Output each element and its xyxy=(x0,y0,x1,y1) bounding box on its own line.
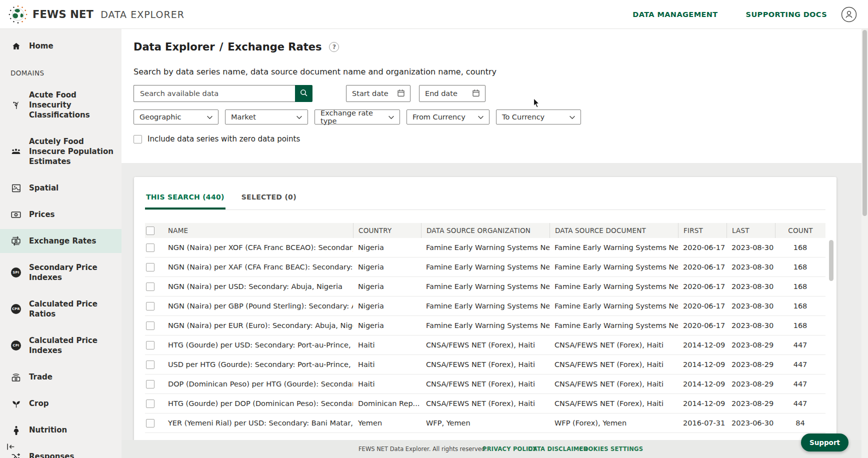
tab-this-search-440[interactable]: THIS SEARCH (440) xyxy=(145,192,226,210)
results-table: NAMECOUNTRYDATA SOURCE ORGANIZATIONDATA … xyxy=(145,223,826,433)
fews-net-logo[interactable]: FEWS NET DATA EXPLORER xyxy=(8,5,184,24)
filter-row: GeographicMarketExchange rate typeFrom C… xyxy=(134,110,581,124)
user-avatar-button[interactable] xyxy=(841,6,857,22)
top-nav-supporting-docs[interactable]: SUPPORTING DOCS xyxy=(746,10,827,18)
logo-primary-text: FEWS NET xyxy=(32,8,94,20)
sidebar-item-calculated-price-ratios[interactable]: CPRCalculated Price Ratios xyxy=(0,292,122,326)
cell-first-date: 2014-12-09 xyxy=(678,400,726,408)
sidebar-item-exchange-rates[interactable]: Exchange Rates xyxy=(0,229,122,253)
calendar-icon xyxy=(472,89,480,98)
table-row[interactable]: NGN (Naira) per XAF (CFA Franc BEAC): Se… xyxy=(145,258,826,277)
cell-count: 447 xyxy=(775,341,826,349)
tab-selected-0[interactable]: SELECTED (0) xyxy=(240,192,298,210)
row-checkbox[interactable] xyxy=(146,244,154,252)
spi-badge-icon: SPI xyxy=(10,268,22,278)
filter-select-to-currency[interactable]: To Currency xyxy=(496,110,581,124)
cell-data-source-organization: Famine Early Warning Systems Net... xyxy=(421,244,550,252)
sidebar-item-secondary-price-indexes[interactable]: SPISecondary Price Indexes xyxy=(0,256,122,290)
zero-data-checkbox[interactable] xyxy=(134,135,142,144)
cell-country: Haiti xyxy=(353,380,421,388)
table-row[interactable]: HTG (Gourde) per DOP (Dominican Peso): S… xyxy=(145,394,826,414)
sidebar-item-acutely-food-insecure-population-estimates[interactable]: Acutely Food Insecure Population Estimat… xyxy=(0,130,122,174)
cell-last-date: 2023-08-29 xyxy=(726,380,775,388)
cell-name: YER (Yemeni Rial) per USD: Secondary: Ba… xyxy=(163,419,353,427)
cell-count: 447 xyxy=(775,360,826,368)
sidebar-item-crop[interactable]: Crop xyxy=(0,392,122,416)
table-row[interactable]: NGN (Naira) per EUR (Euro): Secondary: A… xyxy=(145,316,826,336)
sidebar-item-calculated-price-indexes[interactable]: CPICalculated Price Indexes xyxy=(0,328,122,362)
results-tabs: THIS SEARCH (440)SELECTED (0) xyxy=(145,192,826,210)
table-row[interactable]: YER (Yemeni Rial) per USD: Secondary: Ba… xyxy=(145,414,826,433)
support-button[interactable]: Support xyxy=(801,434,848,452)
table-scrollbar-thumb[interactable] xyxy=(829,240,834,281)
sidebar-item-label: Trade xyxy=(29,372,52,382)
home-icon xyxy=(10,42,22,51)
sidebar-item-trade[interactable]: Trade xyxy=(0,365,122,389)
cell-count: 168 xyxy=(775,322,826,330)
filter-select-exchange-rate-type[interactable]: Exchange rate type xyxy=(314,110,400,124)
sidebar-item-responses[interactable]: Responses xyxy=(0,444,122,458)
chevron-down-icon xyxy=(296,113,302,121)
select-all-checkbox[interactable] xyxy=(146,226,154,235)
help-icon[interactable]: ? xyxy=(329,42,339,52)
row-checkbox[interactable] xyxy=(146,400,154,408)
row-checkbox[interactable] xyxy=(146,282,154,291)
cell-name: NGN (Naira) per GBP (Pound Sterling): Se… xyxy=(163,302,353,310)
exchange-rates-icon xyxy=(10,236,22,246)
row-checkbox[interactable] xyxy=(146,341,154,350)
cell-data-source-document: Famine Early Warning Systems Net... xyxy=(550,282,678,290)
cookies-settings-link[interactable]: COOKIES SETTINGS xyxy=(579,446,643,452)
search-input[interactable] xyxy=(134,85,295,102)
cell-count: 84 xyxy=(775,419,826,427)
cell-first-date: 2020-06-17 xyxy=(678,302,726,310)
cell-name: NGN (Naira) per XAF (CFA Franc BEAC): Se… xyxy=(163,263,353,271)
sidebar-item-spatial[interactable]: Spatial xyxy=(0,176,122,200)
top-nav: DATA MANAGEMENTSUPPORTING DOCS xyxy=(632,10,827,18)
sidebar-item-home[interactable]: Home xyxy=(0,34,122,58)
page-scrollbar[interactable] xyxy=(862,29,868,458)
row-checkbox[interactable] xyxy=(146,360,154,369)
chevron-down-icon xyxy=(569,113,576,121)
row-checkbox[interactable] xyxy=(146,302,154,310)
start-date-field[interactable]: Start date xyxy=(346,85,410,102)
cell-data-source-document: WFP (Forex), Yemen xyxy=(550,419,678,427)
table-row[interactable]: NGN (Naira) per XOF (CFA Franc BCEAO): S… xyxy=(145,238,826,258)
table-row[interactable]: NGN (Naira) per USD: Secondary: Abuja, N… xyxy=(145,277,826,296)
table-row[interactable]: DOP (Dominican Peso) per HTG (Gourde): S… xyxy=(145,374,826,394)
population-estimates-icon xyxy=(10,148,22,155)
row-checkbox[interactable] xyxy=(146,322,154,330)
table-row[interactable]: USD per HTG (Gourde): Secondary: Port-au… xyxy=(145,355,826,374)
spatial-icon xyxy=(10,184,22,192)
filter-select-market[interactable]: Market xyxy=(225,110,308,124)
cell-data-source-organization: Famine Early Warning Systems Net... xyxy=(421,282,550,290)
cell-first-date: 2014-12-09 xyxy=(678,380,726,388)
zero-data-checkbox-row: Include data series with zero data point… xyxy=(134,134,300,144)
sidebar-item-prices[interactable]: Prices xyxy=(0,202,122,226)
breadcrumb-parent[interactable]: Data Explorer xyxy=(134,41,215,53)
trade-icon xyxy=(10,373,22,382)
filter-select-from-currency[interactable]: From Currency xyxy=(406,110,490,124)
footer: FEWS NET Data Explorer. All rights reser… xyxy=(122,440,862,458)
sidebar-item-acute-food-insecurity-classifications[interactable]: Acute Food Insecurity Classifications xyxy=(0,83,122,127)
table-row[interactable]: NGN (Naira) per GBP (Pound Sterling): Se… xyxy=(145,296,826,316)
end-date-field[interactable]: End date xyxy=(419,85,486,102)
row-checkbox[interactable] xyxy=(146,263,154,272)
top-nav-data-management[interactable]: DATA MANAGEMENT xyxy=(632,10,718,18)
acute-food-insecurity-icon xyxy=(10,100,22,110)
cell-first-date: 2020-06-17 xyxy=(678,322,726,330)
sidebar-item-label: Nutrition xyxy=(29,425,67,435)
row-checkbox[interactable] xyxy=(146,380,154,388)
table-row[interactable]: HTG (Gourde) per USD: Secondary: Port-au… xyxy=(145,336,826,355)
zero-data-checkbox-label: Include data series with zero data point… xyxy=(148,134,300,144)
sidebar-collapse-icon[interactable] xyxy=(6,442,16,453)
column-header-data-source-document: DATA SOURCE DOCUMENT xyxy=(550,223,678,238)
cell-data-source-document: CNSA/FEWS NET (Forex), Haiti xyxy=(550,360,678,368)
cell-last-date: 2023-06-30 xyxy=(726,419,775,427)
row-checkbox[interactable] xyxy=(146,419,154,428)
sidebar-item-nutrition[interactable]: Nutrition xyxy=(0,418,122,442)
cell-country: Nigeria xyxy=(353,244,421,252)
search-button[interactable] xyxy=(295,85,312,102)
cpi-badge-icon: CPI xyxy=(10,340,22,350)
filter-select-geographic[interactable]: Geographic xyxy=(134,110,218,124)
page-scrollbar-thumb[interactable] xyxy=(862,30,867,216)
